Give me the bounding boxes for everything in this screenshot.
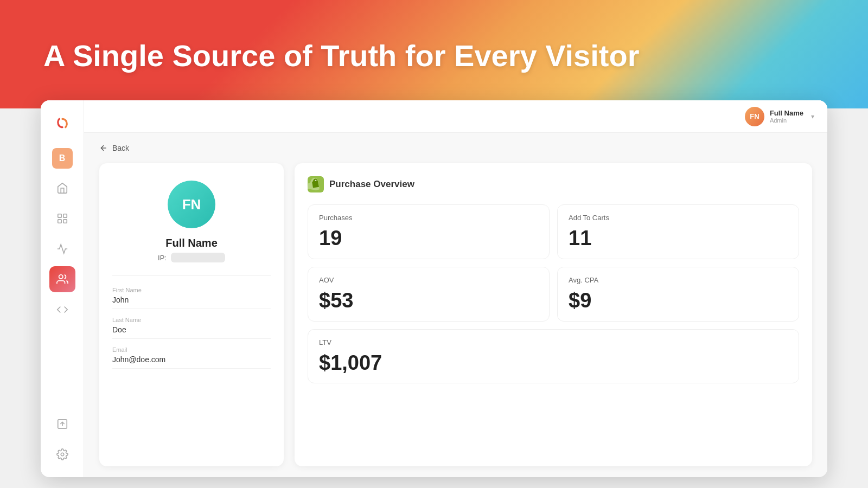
field-firstname-value: John (112, 296, 271, 309)
field-firstname-label: First Name (112, 287, 271, 293)
stat-label-avg-cpa: Avg. CPA (569, 276, 788, 284)
content-area: Back FN Full Name IP: (84, 133, 827, 477)
sidebar-item-chart[interactable] (49, 236, 75, 262)
app-container: B (41, 100, 827, 477)
ip-label: IP: (158, 254, 167, 262)
purchase-header: Purchase Overview (308, 176, 799, 192)
field-lastname-value: Doe (112, 325, 271, 339)
sidebar-item-code[interactable] (49, 297, 75, 323)
stat-label-add-to-carts: Add To Carts (569, 214, 788, 222)
sidebar-item-people[interactable] (49, 266, 75, 292)
svg-rect-2 (63, 214, 66, 217)
stat-label-ltv: LTV (319, 338, 788, 346)
sidebar-item-grid[interactable] (49, 206, 75, 232)
user-avatar: FN (745, 107, 764, 126)
stat-value-avg-cpa: $9 (569, 290, 788, 312)
top-bar: FN Full Name Admin ▾ (84, 100, 827, 133)
sidebar-item-upload[interactable] (49, 411, 75, 437)
sidebar-item-settings[interactable] (49, 441, 75, 467)
stat-label-aov: AOV (319, 276, 538, 284)
ip-value-redacted (171, 253, 225, 262)
profile-name: Full Name (165, 237, 218, 249)
field-email-label: Email (112, 346, 271, 353)
profile-divider (112, 275, 271, 276)
user-role: Admin (770, 117, 803, 124)
field-lastname: Last Name Doe (112, 317, 271, 339)
logo[interactable] (49, 110, 75, 136)
stat-label-purchases: Purchases (319, 214, 538, 222)
stat-card-purchases: Purchases 19 (308, 204, 550, 259)
sidebar: B (41, 100, 84, 477)
field-lastname-label: Last Name (112, 317, 271, 323)
stat-card-aov: AOV $53 (308, 267, 550, 322)
sidebar-letter-badge[interactable]: B (52, 148, 73, 169)
user-name: Full Name (770, 109, 803, 117)
main-content: FN Full Name Admin ▾ Back (84, 100, 827, 477)
two-column-layout: FN Full Name IP: First Name John (99, 163, 812, 466)
hero-title: A Single Source of Truth for Every Visit… (43, 38, 639, 73)
user-text: Full Name Admin (770, 109, 803, 124)
stat-card-add-to-carts: Add To Carts 11 (557, 204, 799, 259)
sidebar-item-home[interactable] (49, 175, 75, 201)
user-menu[interactable]: FN Full Name Admin ▾ (745, 107, 814, 126)
back-button[interactable]: Back (99, 144, 129, 152)
stat-value-purchases: 19 (319, 227, 538, 250)
purchase-panel: Purchase Overview Purchases 19 Add To Ca… (295, 163, 812, 466)
shopify-icon (308, 176, 324, 192)
stat-value-add-to-carts: 11 (569, 227, 788, 250)
svg-point-8 (61, 453, 64, 456)
stats-grid: Purchases 19 Add To Carts 11 AOV $53 (308, 204, 799, 383)
profile-panel: FN Full Name IP: First Name John (99, 163, 284, 466)
profile-fields: First Name John Last Name Doe Email John… (112, 287, 271, 369)
stat-card-avg-cpa: Avg. CPA $9 (557, 267, 799, 322)
svg-rect-4 (63, 220, 66, 223)
svg-point-0 (51, 112, 74, 134)
back-label: Back (112, 144, 129, 152)
sidebar-bottom (49, 411, 75, 467)
svg-rect-1 (58, 214, 61, 217)
profile-ip-row: IP: (158, 253, 225, 262)
purchase-title: Purchase Overview (329, 179, 414, 190)
stat-value-ltv: $1,007 (319, 352, 788, 375)
svg-rect-3 (58, 220, 61, 223)
svg-point-5 (59, 275, 62, 279)
field-email: Email John@doe.com (112, 346, 271, 369)
field-email-value: John@doe.com (112, 355, 271, 369)
field-firstname: First Name John (112, 287, 271, 309)
chevron-down-icon: ▾ (811, 113, 814, 120)
stat-value-aov: $53 (319, 290, 538, 312)
profile-avatar: FN (168, 181, 215, 228)
stat-card-ltv: LTV $1,007 (308, 329, 799, 384)
